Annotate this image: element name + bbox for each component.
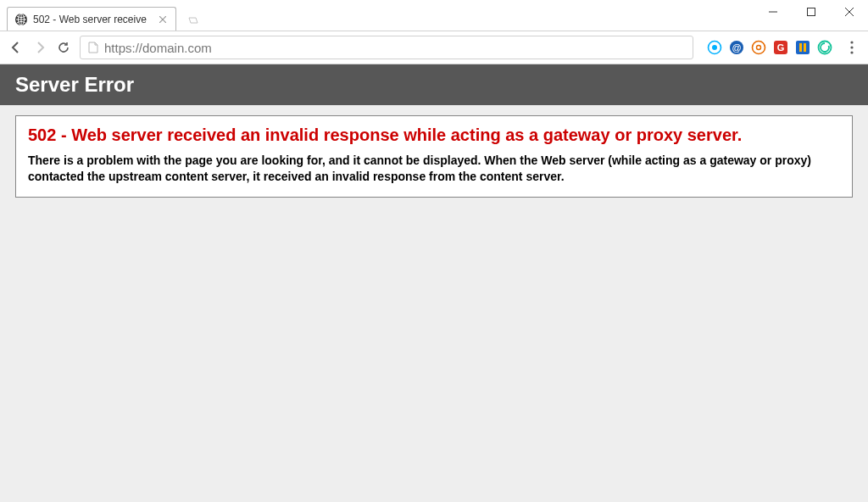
tab-strip: 502 - Web server receive <box>0 0 868 31</box>
window-maximize-button[interactable] <box>792 0 830 24</box>
svg-rect-18 <box>804 43 806 52</box>
svg-point-12 <box>753 42 765 54</box>
ext-icon-2[interactable]: @ <box>729 40 744 55</box>
svg-point-21 <box>850 46 853 48</box>
error-body: There is a problem with the page you are… <box>28 153 840 185</box>
omnibox[interactable] <box>80 36 693 59</box>
error-box: 502 - Web server received an invalid res… <box>15 115 853 198</box>
ext-icon-5[interactable] <box>795 40 810 55</box>
url-input[interactable] <box>104 41 686 55</box>
error-heading: 502 - Web server received an invalid res… <box>28 125 840 146</box>
svg-rect-1 <box>807 8 815 16</box>
content-wrap: 502 - Web server received an invalid res… <box>0 105 868 208</box>
page-banner-title: Server Error <box>15 73 853 97</box>
svg-point-20 <box>850 41 853 43</box>
reload-button[interactable] <box>56 40 71 55</box>
extensions-tray: @ G <box>702 40 832 55</box>
forward-button[interactable] <box>32 40 47 55</box>
page-viewport: Server Error 502 - Web server received a… <box>0 64 868 502</box>
svg-rect-16 <box>796 41 810 54</box>
browser-toolbar: @ G <box>0 31 868 64</box>
svg-text:@: @ <box>732 42 741 53</box>
tab-title: 502 - Web server receive <box>33 14 152 25</box>
window-minimize-button[interactable] <box>754 0 792 24</box>
ext-icon-4[interactable]: G <box>773 40 788 55</box>
error-banner: Server Error <box>0 64 868 105</box>
globe-icon <box>14 13 28 26</box>
ext-icon-6[interactable] <box>817 40 832 55</box>
ext-icon-1[interactable] <box>707 40 722 55</box>
svg-rect-17 <box>799 43 802 52</box>
page-icon <box>87 42 99 53</box>
svg-point-13 <box>757 46 761 50</box>
window-controls <box>754 0 868 24</box>
browser-menu-button[interactable] <box>844 40 860 55</box>
ext-icon-3[interactable] <box>751 40 766 55</box>
svg-point-22 <box>850 51 853 53</box>
svg-point-9 <box>712 45 717 50</box>
window-close-button[interactable] <box>830 0 868 24</box>
nav-buttons <box>8 40 71 55</box>
close-icon[interactable] <box>157 14 169 25</box>
tab-active[interactable]: 502 - Web server receive <box>7 7 176 31</box>
back-button[interactable] <box>8 40 24 55</box>
svg-text:G: G <box>777 42 785 53</box>
new-tab-button[interactable] <box>183 12 203 29</box>
